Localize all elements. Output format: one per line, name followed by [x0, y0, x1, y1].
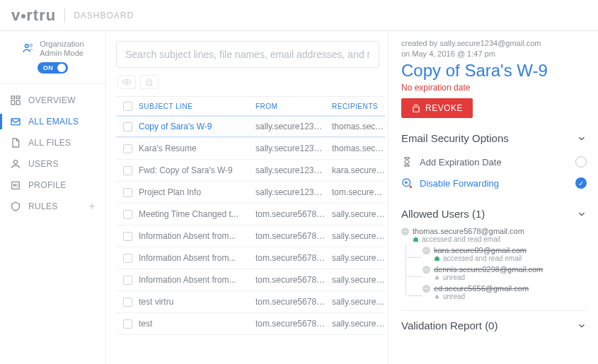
row-from: tom.secure5678@g... — [255, 319, 332, 329]
table-row[interactable]: Copy of Sara's W-9sally.secure1234@g...t… — [116, 116, 385, 138]
row-recipients: sally.secure1... — [332, 297, 385, 307]
table-row[interactable]: Kara's Resumesally.secure1234@g...thomas… — [116, 138, 385, 160]
revoke-button[interactable]: REVOKE — [401, 98, 473, 118]
sidebar-item-label: OVERVIEW — [28, 95, 76, 105]
row-checkbox[interactable] — [123, 319, 132, 329]
sidebar-item-users[interactable]: USERS — [0, 153, 105, 175]
remove-user-icon[interactable]: – — [422, 285, 430, 293]
row-checkbox[interactable] — [123, 210, 132, 219]
row-checkbox[interactable] — [123, 232, 132, 241]
hourglass-icon — [401, 156, 413, 168]
col-subject[interactable]: SUBJECT LINE — [139, 102, 255, 110]
sidebar-item-profile[interactable]: PROFILE — [0, 175, 105, 196]
lock-icon — [434, 293, 440, 300]
row-checkbox[interactable] — [123, 254, 132, 263]
user-status: unread — [443, 274, 465, 281]
sidebar-nav: OVERVIEWALL EMAILSALL FILESUSERSPROFILER… — [0, 84, 105, 217]
email-table: SUBJECT LINE FROM RECIPIENTS Copy of Sar… — [116, 96, 385, 364]
chevron-down-icon — [577, 134, 587, 143]
user-node[interactable]: –dennis.secure0298@gmail.comunread — [422, 265, 587, 281]
created-meta: created by sally.secure1234@gmail.com on… — [401, 38, 587, 59]
no-forward-icon — [401, 177, 413, 189]
remove-user-icon[interactable]: – — [422, 266, 430, 274]
svg-point-7 — [13, 160, 17, 164]
remove-user-icon[interactable]: – — [401, 228, 409, 235]
sidebar-item-label: PROFILE — [28, 180, 66, 190]
user-email: kara.secure09@gmail.com — [434, 246, 587, 254]
svg-point-1 — [30, 44, 32, 46]
user-node[interactable]: – thomas.secure5678@gmail.com accessed a… — [401, 227, 587, 243]
row-recipients: kara.secure0... — [332, 165, 385, 175]
table-row[interactable]: test virtrutom.secure5678@g...sally.secu… — [116, 291, 385, 313]
table-row[interactable]: Information Absent from...tom.secure5678… — [116, 269, 385, 291]
org-mode-label: Organization Admin Mode — [40, 40, 84, 58]
detail-panel: created by sally.secure1234@gmail.com on… — [388, 31, 598, 364]
org-admin-mode: Organization Admin Mode ON — [0, 31, 105, 84]
add-rule-icon[interactable]: + — [88, 200, 96, 213]
row-checkbox[interactable] — [123, 188, 132, 197]
validation-report-header[interactable]: Validation Report (0) — [401, 319, 587, 331]
user-email: thomas.secure5678@gmail.com — [413, 227, 587, 235]
disable-forwarding-option[interactable]: Disable Forwarding ✓ — [401, 172, 587, 194]
filter-read-button[interactable] — [117, 75, 136, 89]
table-row[interactable]: Meeting Time Changed t...tom.secure5678@… — [116, 204, 385, 225]
row-subject: Project Plan Info — [139, 187, 255, 197]
disable-forwarding-label: Disable Forwarding — [420, 178, 499, 189]
filter-revoked-button[interactable] — [140, 75, 159, 89]
add-expiration-label: Add Expiration Date — [420, 157, 502, 168]
table-row[interactable]: Information Absent from...tom.secure5678… — [116, 247, 385, 269]
svg-rect-5 — [16, 100, 20, 105]
row-recipients: thomas.secu... — [332, 122, 385, 131]
row-checkbox[interactable] — [123, 122, 132, 131]
forwarding-checked[interactable]: ✓ — [575, 177, 587, 189]
row-recipients: sally.secure1... — [332, 253, 385, 263]
svg-rect-12 — [435, 277, 439, 279]
row-from: sally.secure1234@g... — [255, 187, 332, 197]
expiration-text: No expiration date — [401, 83, 587, 93]
row-checkbox[interactable] — [123, 298, 132, 307]
col-recipients[interactable]: RECIPIENTS — [332, 102, 385, 110]
security-options-header[interactable]: Email Security Options — [401, 132, 587, 144]
table-row[interactable]: testtom.secure5678@g...sally.secure1... — [116, 313, 385, 335]
svg-rect-4 — [11, 100, 15, 105]
toggle-label: ON — [43, 64, 54, 71]
user-status: unread — [443, 293, 465, 300]
allowed-users-header[interactable]: Allowed Users (1) — [401, 208, 587, 220]
sidebar-item-all-emails[interactable]: ALL EMAILS — [0, 111, 105, 132]
table-row[interactable]: Fwd: Copy of Sara's W-9sally.secure1234@… — [116, 160, 385, 182]
user-node[interactable]: –kara.secure09@gmail.comaccessed and rea… — [422, 246, 587, 262]
sidebar-item-all-files[interactable]: ALL FILES — [0, 132, 105, 153]
row-recipients: sally.secure1... — [332, 319, 385, 329]
table-row[interactable]: Information Absent from...tom.secure5678… — [116, 225, 385, 247]
svg-point-9 — [13, 184, 16, 187]
row-recipients: sally.secure1... — [332, 275, 385, 285]
sidebar-item-overview[interactable]: OVERVIEW — [0, 90, 105, 111]
app-header: vrtru DASHBOARD — [0, 0, 598, 31]
user-email: dennis.secure0298@gmail.com — [434, 265, 587, 274]
remove-user-icon[interactable]: – — [422, 247, 430, 254]
row-subject: test virtru — [139, 297, 255, 307]
table-row[interactable]: Project Plan Infosally.secure1234@g...to… — [116, 182, 385, 204]
col-from[interactable]: FROM — [255, 102, 332, 110]
row-subject: Information Absent from... — [139, 231, 255, 241]
allowed-users-tree: – thomas.secure5678@gmail.com accessed a… — [401, 227, 587, 300]
row-from: sally.secure1234@g... — [255, 122, 332, 131]
row-subject: Fwd: Copy of Sara's W-9 — [139, 165, 255, 175]
expiration-radio[interactable] — [575, 156, 587, 168]
row-checkbox[interactable] — [123, 144, 132, 153]
user-status: accessed and read email — [443, 254, 522, 262]
row-checkbox[interactable] — [123, 276, 132, 285]
row-checkbox[interactable] — [123, 166, 132, 175]
sidebar-item-label: ALL EMAILS — [28, 117, 79, 127]
row-subject: Copy of Sara's W-9 — [139, 122, 255, 131]
org-mode-toggle[interactable]: ON — [38, 62, 69, 74]
chevron-down-icon — [577, 321, 587, 331]
lock-icon — [434, 274, 440, 281]
sidebar-item-rules[interactable]: RULES+ — [0, 196, 105, 217]
add-expiration-option[interactable]: Add Expiration Date — [401, 151, 587, 172]
user-node[interactable]: –ed.secure5656@gmail.comunread — [422, 284, 587, 300]
search-input[interactable] — [116, 41, 379, 68]
select-all-checkbox[interactable] — [123, 102, 132, 111]
chevron-down-icon — [577, 209, 587, 219]
row-from: tom.secure5678@g... — [255, 231, 332, 241]
